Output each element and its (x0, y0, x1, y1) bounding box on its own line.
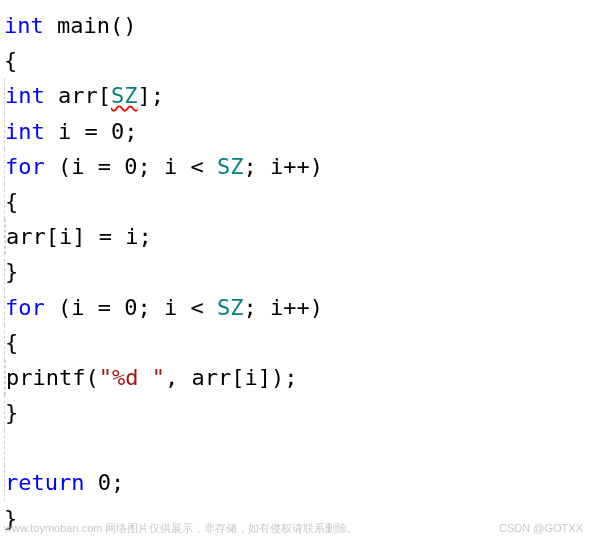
code-line-4: inti = 0; (4, 114, 587, 149)
macro-sz-error: SZ (111, 78, 138, 113)
space (84, 465, 97, 500)
open-paren: ( (45, 290, 72, 325)
operator-eq: = (86, 219, 126, 254)
number: 0 (98, 465, 111, 500)
close-brace: } (5, 395, 18, 430)
open-brace: { (4, 43, 17, 78)
code-line-2: { (4, 43, 587, 78)
function-printf: printf (6, 360, 85, 395)
number: 0 (124, 149, 137, 184)
identifier: i (58, 114, 71, 149)
code-line-3: intarr[SZ]; (4, 78, 587, 113)
watermark-left: www.toymoban.com 网络图片仅供展示，非存储，如有侵权请联系删除。 (4, 520, 358, 538)
operator-eq: = (85, 149, 125, 184)
code-line-5: for (i = 0; i < SZ; i++) (4, 149, 587, 184)
identifier: arr (191, 360, 231, 395)
open-paren: ( (45, 149, 72, 184)
open-brace: { (5, 325, 18, 360)
identifier: i (244, 360, 257, 395)
semicolon: ; (139, 219, 152, 254)
identifier: i (71, 149, 84, 184)
separator: ; (138, 149, 165, 184)
macro-sz: SZ (217, 290, 244, 325)
separator: ; (244, 290, 271, 325)
identifier: i (71, 290, 84, 325)
code-line-6: { (4, 184, 587, 219)
code-line-11: printf("%d ", arr[i]); (4, 360, 587, 395)
keyword-for: for (5, 149, 45, 184)
keyword-int: int (5, 114, 45, 149)
separator: ; (138, 290, 165, 325)
operator-inc: ++) (283, 149, 323, 184)
identifier: i (59, 219, 72, 254)
code-line-1: intmain() (4, 8, 587, 43)
separator: ; (244, 149, 271, 184)
function-name: main (57, 8, 110, 43)
code-line-13 (4, 430, 587, 465)
keyword-for: for (5, 290, 45, 325)
code-line-8: } (4, 254, 587, 289)
keyword-return: return (5, 465, 84, 500)
semicolon: ; (124, 114, 137, 149)
open-paren: ( (85, 360, 98, 395)
parens: () (110, 8, 137, 43)
number: 0 (111, 114, 124, 149)
bracket: [ (231, 360, 244, 395)
bracket-close: ]; (137, 78, 164, 113)
macro-sz: SZ (217, 149, 244, 184)
code-block: intmain() { intarr[SZ]; inti = 0; for (i… (4, 8, 587, 536)
identifier: i (270, 290, 283, 325)
identifier: i (270, 149, 283, 184)
identifier: arr (6, 219, 46, 254)
operator-eq: = (85, 290, 125, 325)
semicolon: ; (111, 465, 124, 500)
operator-lt: < (177, 290, 217, 325)
open-brace: { (5, 184, 18, 219)
code-line-9: for (i = 0; i < SZ; i++) (4, 290, 587, 325)
watermark-right: CSDN @GOTXX (499, 520, 583, 538)
code-line-14: return 0; (4, 465, 587, 500)
keyword-int: int (5, 78, 45, 113)
bracket: [ (98, 78, 111, 113)
identifier: i (164, 149, 177, 184)
operator-lt: < (177, 149, 217, 184)
code-line-12: } (4, 395, 587, 430)
operator-eq: = (71, 114, 111, 149)
close-brace: } (5, 254, 18, 289)
number: 0 (124, 290, 137, 325)
keyword-int: int (4, 8, 44, 43)
comma: , (165, 360, 192, 395)
operator-inc: ++) (283, 290, 323, 325)
identifier: arr (58, 78, 98, 113)
code-line-10: { (4, 325, 587, 360)
string-literal: "%d " (99, 360, 165, 395)
close-paren: ]); (258, 360, 298, 395)
bracket: [ (46, 219, 59, 254)
identifier: i (164, 290, 177, 325)
bracket-close: ] (72, 219, 85, 254)
code-line-7: arr[i] = i; (4, 219, 587, 254)
identifier: i (125, 219, 138, 254)
